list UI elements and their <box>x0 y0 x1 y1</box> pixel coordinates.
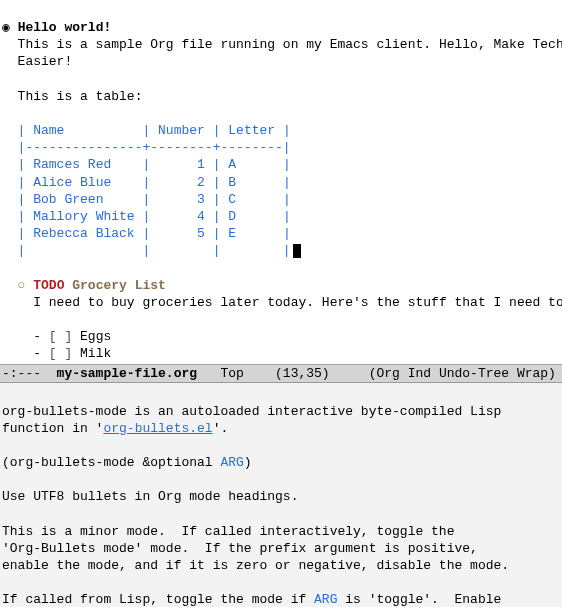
bullet-level2-icon: ○ <box>18 278 26 293</box>
table-row: | | | | <box>18 243 291 258</box>
help-line: '. <box>213 421 229 436</box>
table-row: | Bob Green | 3 | C | <box>18 192 291 207</box>
todo-keyword: TODO <box>33 278 64 293</box>
arg-keyword: ARG <box>220 455 243 470</box>
source-link[interactable]: org-bullets.el <box>103 421 212 436</box>
list-item: Milk <box>80 346 111 361</box>
help-line: Use UTF8 bullets in Org mode headings. <box>2 489 298 504</box>
text-cursor <box>293 244 301 258</box>
help-line: function in ' <box>2 421 103 436</box>
bullet-level1-icon: ◉ <box>2 20 10 35</box>
help-buffer[interactable]: org-bullets-mode is an autoloaded intera… <box>0 383 562 607</box>
table-row: | Rebecca Black | 5 | E | <box>18 226 291 241</box>
table-sep: |---------------+--------+--------| <box>18 140 291 155</box>
help-line: This is a minor mode. If called interact… <box>2 524 454 539</box>
table-row: | Ramces Red | 1 | A | <box>18 157 291 172</box>
help-line: enable the mode, and if it is zero or ne… <box>2 558 509 573</box>
help-line: 'Org-Bullets mode' mode. If the prefix a… <box>2 541 478 556</box>
modeline-status: Top (13,35) (Org Ind Undo-Tree Wrap) Thu… <box>197 366 562 381</box>
checkbox-icon[interactable]: [ ] <box>49 329 72 344</box>
buffer-name: my-sample-file.org <box>57 366 197 381</box>
table-row: | Alice Blue | 2 | B | <box>18 175 291 190</box>
help-signature: (org-bullets-mode &optional <box>2 455 220 470</box>
table-row: | Mallory White | 4 | D | <box>18 209 291 224</box>
modeline-active[interactable]: -:--- my-sample-file.org Top (13,35) (Or… <box>0 364 562 383</box>
help-line: If called from Lisp, toggle the mode if <box>2 592 314 607</box>
paragraph-line: Easier! <box>18 54 73 69</box>
org-buffer[interactable]: ◉ Hello world! This is a sample Org file… <box>0 0 562 364</box>
paragraph-line: This is a table: <box>18 89 143 104</box>
table-header: | Name | Number | Letter | <box>18 123 291 138</box>
heading-1: Hello world! <box>18 20 112 35</box>
paragraph-line: I need to buy groceries later today. Her… <box>33 295 562 310</box>
heading-2: Grocery List <box>72 278 166 293</box>
arg-keyword: ARG <box>314 592 337 607</box>
checkbox-icon[interactable]: [ ] <box>49 346 72 361</box>
paragraph-line: This is a sample Org file running on my … <box>18 37 562 52</box>
help-line: org-bullets-mode is an autoloaded intera… <box>2 404 501 419</box>
list-item: Eggs <box>80 329 111 344</box>
